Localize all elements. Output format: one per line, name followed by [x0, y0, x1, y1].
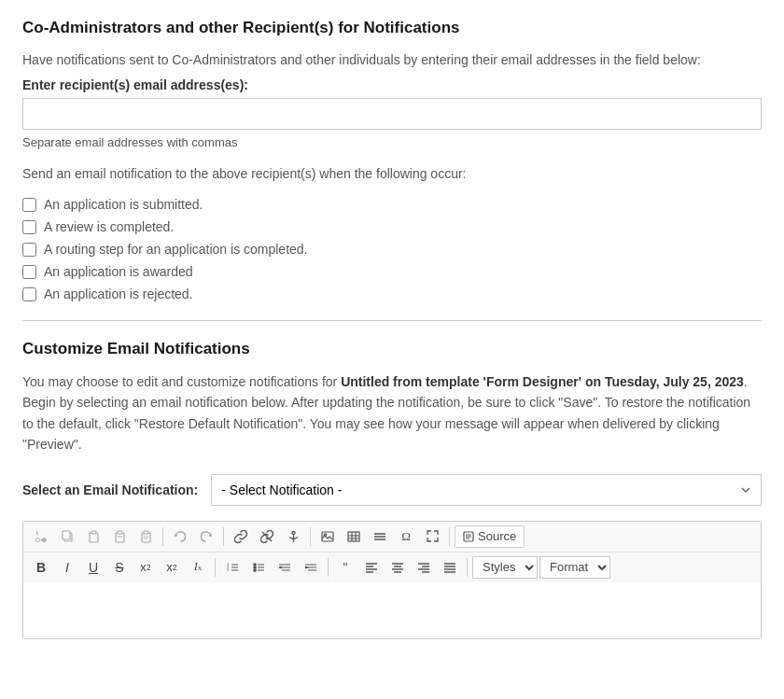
section-notifications: Co-Administrators and other Recipient(s)…	[22, 19, 762, 301]
checkbox-item-5: An application is rejected.	[22, 287, 762, 301]
image-button[interactable]	[315, 525, 340, 548]
checkbox-awarded-label: An application is awarded	[44, 264, 193, 279]
section1-description: Have notifications sent to Co-Administra…	[22, 50, 762, 70]
italic-button[interactable]: I	[55, 556, 79, 579]
toolbar-row-2: B I U S x2 x2 Ix 123	[23, 552, 761, 582]
toolbar-sep-3	[310, 527, 311, 546]
paste-word-button[interactable]: W	[133, 525, 158, 548]
outdent-button[interactable]	[273, 556, 297, 579]
checkbox-rejected[interactable]	[22, 287, 36, 301]
svg-text:3: 3	[227, 567, 230, 572]
editor-toolbar-container: W	[22, 521, 762, 639]
paste-text-button[interactable]	[107, 525, 132, 548]
notification-checkboxes: An application is submitted. A review is…	[22, 197, 762, 301]
notification-select[interactable]: - Select Notification -	[211, 474, 762, 506]
checkbox-rejected-label: An application is rejected.	[44, 287, 193, 301]
unordered-list-button[interactable]	[246, 556, 271, 579]
special-char-button[interactable]: Ω	[394, 525, 418, 548]
section2-description: You may choose to edit and customize not…	[22, 371, 762, 455]
format-select[interactable]: Format	[539, 556, 610, 579]
align-left-button[interactable]	[359, 556, 384, 579]
svg-rect-5	[91, 531, 96, 534]
svg-rect-3	[63, 531, 70, 539]
redo-button[interactable]	[194, 525, 218, 548]
styles-select[interactable]: Styles	[472, 556, 538, 579]
copy-button[interactable]	[55, 525, 79, 548]
clearformat-button[interactable]: Ix	[186, 556, 210, 579]
recipient-email-input[interactable]	[22, 98, 762, 130]
section-divider	[22, 320, 762, 321]
checkbox-item-2: A review is completed.	[22, 219, 762, 234]
table-button[interactable]	[342, 525, 366, 548]
toolbar-sep-7	[467, 558, 468, 577]
maximize-button[interactable]	[420, 525, 444, 548]
svg-rect-17	[348, 532, 359, 541]
paste-button[interactable]	[81, 525, 105, 548]
email-notification-row: Select an Email Notification: - Select N…	[22, 474, 762, 506]
toolbar-sep-5	[215, 558, 216, 577]
desc-bold: Untitled from template 'Form Designer' o…	[341, 374, 744, 389]
indent-button[interactable]	[299, 556, 323, 579]
superscript-button[interactable]: x2	[160, 556, 184, 579]
checkbox-review-label: A review is completed.	[44, 219, 174, 234]
notification-trigger-text: Send an email notification to the above …	[22, 164, 762, 184]
select-notification-label: Select an Email Notification:	[22, 482, 198, 497]
toolbar-sep-4	[449, 527, 450, 546]
hr-button[interactable]	[368, 525, 392, 548]
checkbox-submitted-label: An application is submitted.	[44, 197, 203, 212]
svg-point-39	[254, 566, 256, 567]
svg-rect-10	[144, 531, 148, 534]
source-button[interactable]: Source	[455, 525, 525, 548]
cut-button[interactable]	[29, 525, 53, 548]
align-center-button[interactable]	[385, 556, 410, 579]
toolbar-row-1: W	[23, 522, 761, 552]
underline-button[interactable]: U	[81, 556, 105, 579]
svg-point-0	[36, 538, 40, 541]
svg-rect-7	[118, 531, 122, 534]
svg-point-13	[292, 531, 295, 534]
align-justify-button[interactable]	[438, 556, 462, 579]
checkbox-submitted[interactable]	[22, 198, 36, 212]
toolbar-sep-1	[162, 527, 163, 546]
checkbox-item-3: A routing step for an application is com…	[22, 242, 762, 257]
email-field-label: Enter recipient(s) email address(es):	[22, 77, 762, 92]
align-right-button[interactable]	[412, 556, 436, 579]
checkbox-routing-label: A routing step for an application is com…	[44, 242, 308, 257]
subscript-button[interactable]: x2	[133, 556, 158, 579]
checkbox-routing[interactable]	[22, 243, 36, 257]
email-hint: Separate email addresses with commas	[22, 135, 762, 149]
checkbox-awarded[interactable]	[22, 265, 36, 279]
svg-point-38	[254, 563, 256, 565]
svg-point-40	[254, 568, 256, 570]
editor-content-area[interactable]	[23, 582, 761, 638]
section-customize: Customize Email Notifications You may ch…	[22, 340, 762, 639]
section1-title: Co-Administrators and other Recipient(s)…	[22, 19, 762, 37]
toolbar-sep-6	[328, 558, 329, 577]
svg-line-12	[262, 532, 272, 541]
bold-button[interactable]: B	[29, 556, 53, 579]
link-button[interactable]	[229, 525, 253, 548]
svg-text:W: W	[144, 535, 148, 540]
checkbox-item-1: An application is submitted.	[22, 197, 762, 212]
checkbox-item-4: An application is awarded	[22, 264, 762, 279]
desc-part1: You may choose to edit and customize not…	[22, 374, 341, 389]
strikethrough-button[interactable]: S	[107, 556, 132, 579]
anchor-button[interactable]	[281, 525, 305, 548]
section2-title: Customize Email Notifications	[22, 340, 762, 358]
checkbox-review[interactable]	[22, 220, 36, 234]
undo-button[interactable]	[168, 525, 192, 548]
blockquote-button[interactable]: "	[333, 556, 357, 579]
source-label: Source	[478, 529, 516, 543]
toolbar-sep-2	[223, 527, 224, 546]
unlink-button[interactable]	[255, 525, 279, 548]
ordered-list-button[interactable]: 123	[220, 556, 245, 579]
